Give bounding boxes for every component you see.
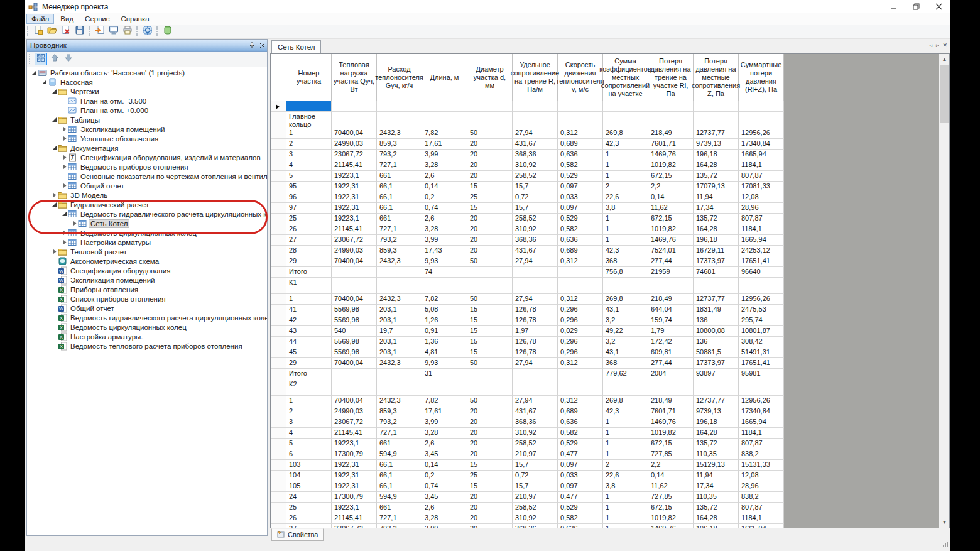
table-cell[interactable]: 20 bbox=[467, 246, 513, 256]
table-cell[interactable]: 50 bbox=[467, 294, 513, 305]
table-row[interactable]: 415569,98203,15,0815126,780,29643,1644,0… bbox=[271, 305, 784, 315]
table-row[interactable]: 2824990,03859,317,4320431,670,68942,3752… bbox=[271, 246, 784, 256]
table-cell[interactable]: 1,36 bbox=[422, 337, 467, 347]
table-cell[interactable]: 2,6 bbox=[422, 214, 467, 224]
table-cell[interactable]: 203,1 bbox=[377, 347, 422, 358]
table-cell[interactable]: 0,312 bbox=[558, 358, 603, 369]
table-cell[interactable]: 7,82 bbox=[422, 396, 467, 406]
table-cell[interactable]: 0,14 bbox=[648, 471, 694, 481]
table-cell[interactable]: 3,28 bbox=[422, 224, 467, 235]
table-cell[interactable]: 308,42 bbox=[739, 337, 784, 347]
table-cell[interactable]: 3,99 bbox=[422, 150, 467, 160]
table-cell[interactable]: 135,72 bbox=[694, 171, 739, 182]
table-cell[interactable]: 2,6 bbox=[422, 503, 467, 513]
tree-item[interactable]: Чертежи bbox=[27, 87, 267, 96]
table-cell[interactable]: 807,87 bbox=[739, 171, 784, 182]
table-cell[interactable]: 4,81 bbox=[422, 347, 467, 358]
table-cell[interactable]: 15 bbox=[467, 203, 513, 214]
table-cell[interactable]: 50 bbox=[467, 256, 513, 267]
table-cell[interactable]: 203,1 bbox=[377, 337, 422, 347]
table-cell[interactable]: 7,82 bbox=[422, 128, 467, 139]
table-cell[interactable]: 17300,79 bbox=[332, 449, 377, 460]
collapsed-icon[interactable] bbox=[71, 221, 77, 226]
table-cell[interactable]: 1019,82 bbox=[648, 513, 694, 524]
table-cell[interactable]: 661 bbox=[377, 171, 422, 182]
table-cell[interactable] bbox=[603, 112, 648, 128]
table-cell[interactable]: 23067,72 bbox=[332, 235, 377, 246]
menu-item-view[interactable]: Вид bbox=[55, 14, 79, 24]
table-cell[interactable]: 1469,76 bbox=[648, 235, 694, 246]
table-cell[interactable] bbox=[467, 267, 513, 278]
table-cell[interactable] bbox=[377, 101, 422, 112]
table-cell[interactable]: 21145,41 bbox=[332, 160, 377, 171]
table-cell[interactable]: 17079,13 bbox=[694, 182, 739, 192]
table-cell[interactable] bbox=[648, 112, 694, 128]
table-cell[interactable]: 0,312 bbox=[558, 294, 603, 305]
table-cell[interactable] bbox=[694, 379, 739, 396]
table-cell[interactable]: 42 bbox=[286, 315, 332, 326]
table-cell[interactable]: 5569,98 bbox=[332, 305, 377, 315]
resize-grip[interactable] bbox=[942, 538, 949, 550]
table-cell[interactable]: 0,296 bbox=[558, 347, 603, 358]
table-cell[interactable]: 1922,31 bbox=[332, 460, 377, 471]
table-cell[interactable]: 0,312 bbox=[558, 256, 603, 267]
table-cell[interactable]: 23067,72 bbox=[332, 524, 377, 528]
table-cell[interactable]: 110,35 bbox=[694, 449, 739, 460]
table-cell[interactable]: 210,97 bbox=[513, 449, 558, 460]
table-cell[interactable]: 17300,79 bbox=[332, 492, 377, 503]
table-cell[interactable]: 3 bbox=[286, 417, 332, 428]
table-cell[interactable]: 25 bbox=[467, 471, 513, 481]
table-cell[interactable] bbox=[513, 101, 558, 112]
table-cell[interactable]: 793,2 bbox=[377, 417, 422, 428]
table-cell[interactable]: 310,92 bbox=[513, 160, 558, 171]
tree-item[interactable]: Аксонометрическая схема bbox=[27, 256, 267, 266]
tree-item[interactable]: XПриборы отопления bbox=[27, 285, 267, 294]
table-cell[interactable]: 3,45 bbox=[422, 449, 467, 460]
table-cell[interactable]: 20 bbox=[467, 160, 513, 171]
table-cell[interactable]: 1922,31 bbox=[332, 182, 377, 192]
table-cell[interactable] bbox=[558, 379, 603, 396]
table-cell[interactable]: 672,15 bbox=[648, 171, 694, 182]
table-cell[interactable]: 0,74 bbox=[422, 203, 467, 214]
table-cell[interactable]: Итого bbox=[286, 369, 332, 379]
table-cell[interactable]: 12956,26 bbox=[739, 128, 784, 139]
column-header[interactable]: Суммартные потери давления (Rl+Z), Па bbox=[739, 54, 784, 101]
table-cell[interactable] bbox=[377, 267, 422, 278]
table-cell[interactable] bbox=[694, 278, 739, 294]
table-cell[interactable]: 10800,08 bbox=[694, 326, 739, 337]
expanded-icon[interactable] bbox=[51, 117, 57, 123]
table-cell[interactable]: 2 bbox=[286, 406, 332, 417]
table-cell[interactable]: 196,18 bbox=[694, 235, 739, 246]
table-cell[interactable]: 1 bbox=[286, 128, 332, 139]
table-cell[interactable]: 15 bbox=[467, 347, 513, 358]
table-cell[interactable]: 6 bbox=[286, 449, 332, 460]
table-cell[interactable]: 10801,87 bbox=[739, 326, 784, 337]
table-cell[interactable]: 4 bbox=[286, 428, 332, 439]
table-cell[interactable]: 0,033 bbox=[558, 471, 603, 481]
table-cell[interactable]: 172,42 bbox=[648, 337, 694, 347]
table-cell[interactable]: 807,87 bbox=[739, 214, 784, 224]
table-cell[interactable]: 19223,1 bbox=[332, 439, 377, 449]
table-cell[interactable]: 0,097 bbox=[558, 203, 603, 214]
table-cell[interactable]: 12,08 bbox=[739, 192, 784, 203]
table-cell[interactable] bbox=[467, 278, 513, 294]
table-cell[interactable]: 43,1 bbox=[603, 347, 648, 358]
print-button[interactable] bbox=[121, 25, 134, 38]
table-cell[interactable]: 5,08 bbox=[422, 305, 467, 315]
table-cell[interactable]: 1922,31 bbox=[332, 471, 377, 481]
table-cell[interactable]: 756,8 bbox=[603, 267, 648, 278]
table-cell[interactable]: 164,28 bbox=[694, 224, 739, 235]
table-cell[interactable]: 103 bbox=[286, 460, 332, 471]
table-cell[interactable]: 26 bbox=[286, 224, 332, 235]
table-cell[interactable]: Итого bbox=[286, 267, 332, 278]
table-cell[interactable]: 609,81 bbox=[648, 347, 694, 358]
table-cell[interactable]: 66,1 bbox=[377, 460, 422, 471]
table-row[interactable]: 1041922,3166,10,2250,720,03322,60,1411,9… bbox=[271, 471, 784, 481]
table-cell[interactable]: 104 bbox=[286, 471, 332, 481]
table-cell[interactable]: 1 bbox=[603, 224, 648, 235]
table-cell[interactable]: 97 bbox=[286, 203, 332, 214]
table-cell[interactable]: 0,689 bbox=[558, 246, 603, 256]
table-cell[interactable]: 295,74 bbox=[739, 315, 784, 326]
table-cell[interactable]: 135,72 bbox=[694, 214, 739, 224]
table-row[interactable]: К1 bbox=[271, 278, 784, 294]
